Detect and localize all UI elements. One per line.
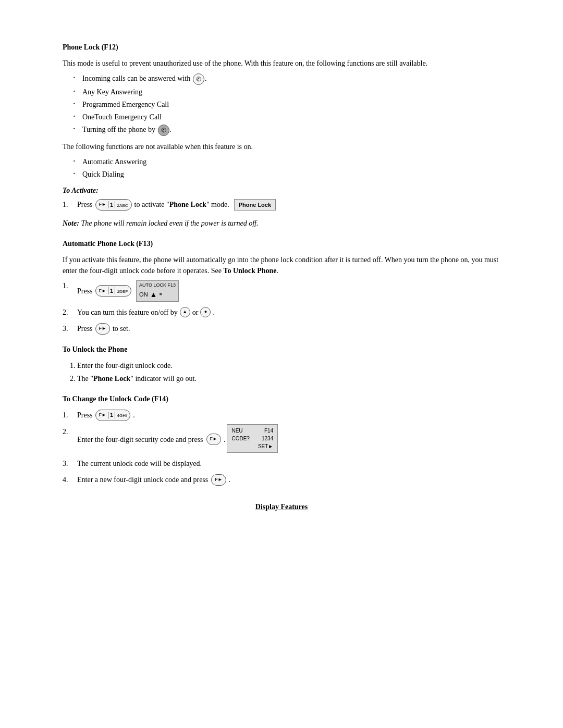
change-code-title: To Change the Unlock Code (F14) xyxy=(63,393,500,404)
auto-lock-step-2: 2. You can turn this feature on/off by ▲… xyxy=(63,307,500,318)
activate-steps: 1. Press F► 1 2ABC to activate "Phone Lo… xyxy=(63,199,500,211)
note-text: Note: The phone will remain locked even … xyxy=(63,218,500,229)
unlock-step-2: The "Phone Lock" indicator will go out. xyxy=(77,373,500,384)
fn-key-group: F► 1 2ABC xyxy=(95,199,132,211)
auto-phone-lock-title: Automatic Phone Lock (F13) xyxy=(63,238,500,249)
change-code-step-3: 3. The current unlock code will be displ… xyxy=(63,458,500,469)
list-item: Any Key Answering xyxy=(73,87,500,97)
auto-phone-lock-intro: If you activate this feature, the phone … xyxy=(63,254,500,276)
fn-key-step4: F► xyxy=(211,474,226,486)
power-off-icon: ✆ xyxy=(158,125,169,136)
auto-lock-step-3: 3. Press F► to set. xyxy=(63,323,500,335)
phone-lock-display: Phone Lock xyxy=(234,199,276,211)
phone-lock-intro: This mode is useful to prevent unauthori… xyxy=(63,58,500,69)
to-activate-label: To Activate: xyxy=(63,185,500,196)
not-available-intro: The following functions are not availabl… xyxy=(63,141,500,152)
unlock-phone-section: To Unlock the Phone Enter the four-digit… xyxy=(63,344,500,384)
auto-lock-steps: 1. Press F► 1 3DEF AUTO LOCK F13 ON ▲ ■ xyxy=(63,280,500,335)
change-code-step-2: 2. Enter the four-digit security code an… xyxy=(63,426,500,453)
unlock-phone-title: To Unlock the Phone xyxy=(63,344,500,355)
display-features-footer: Display Features xyxy=(63,501,500,512)
unlock-step-1: Enter the four-digit unlock code. xyxy=(77,360,500,371)
phone-lock-title: Phone Lock (F12) xyxy=(63,42,500,53)
list-item: Quick Dialing xyxy=(73,169,500,180)
down-nav-key: ● xyxy=(200,307,211,317)
phone-lock-section: Phone Lock (F12) This mode is useful to … xyxy=(63,42,500,229)
new-code-display: NEUCODE? F141234SET► xyxy=(227,424,278,453)
fn-1-3-key-group: F► 1 3DEF xyxy=(95,285,132,297)
not-available-list: Automatic Answering Quick Dialing xyxy=(73,156,500,180)
available-features-list: Incoming calls can be answered with ✆. A… xyxy=(73,73,500,136)
up-nav-key: ▲ xyxy=(180,307,190,317)
change-code-steps: 1. Press F► 1 4GHI . 2. Enter the four-d… xyxy=(63,410,500,486)
auto-lock-step-1: 1. Press F► 1 3DEF AUTO LOCK F13 ON ▲ ■ xyxy=(63,280,500,302)
list-item: Programmed Emergency Call xyxy=(73,99,500,110)
phone-lock-bold: Phone Lock xyxy=(169,201,206,208)
change-code-section: To Change the Unlock Code (F14) 1. Press… xyxy=(63,393,500,486)
list-item: Automatic Answering xyxy=(73,156,500,167)
fn-key-set: F► xyxy=(95,323,110,335)
unlock-steps-list: Enter the four-digit unlock code. The "P… xyxy=(77,360,500,384)
list-item: Incoming calls can be answered with ✆. xyxy=(73,73,500,85)
auto-phone-lock-section: Automatic Phone Lock (F13) If you activa… xyxy=(63,238,500,335)
list-item: OneTouch Emergency Call xyxy=(73,112,500,122)
list-item: Turning off the phone by ✆. xyxy=(73,124,500,136)
auto-lock-display: AUTO LOCK F13 ON ▲ ■ xyxy=(136,280,179,302)
available-item-5: Turning off the phone by ✆. xyxy=(82,126,172,133)
fn-key-step2: F► xyxy=(206,434,221,445)
available-item-1: Incoming calls can be answered with ✆. xyxy=(82,75,206,82)
change-code-step-1: 1. Press F► 1 4GHI . xyxy=(63,410,500,421)
change-code-step-4: 4. Enter a new four-digit unlock code an… xyxy=(63,474,500,486)
call-answer-icon: ✆ xyxy=(193,73,204,85)
activate-step-1: 1. Press F► 1 2ABC to activate "Phone Lo… xyxy=(63,199,500,211)
fn-1-4-key-group: F► 1 4GHI xyxy=(95,410,131,421)
